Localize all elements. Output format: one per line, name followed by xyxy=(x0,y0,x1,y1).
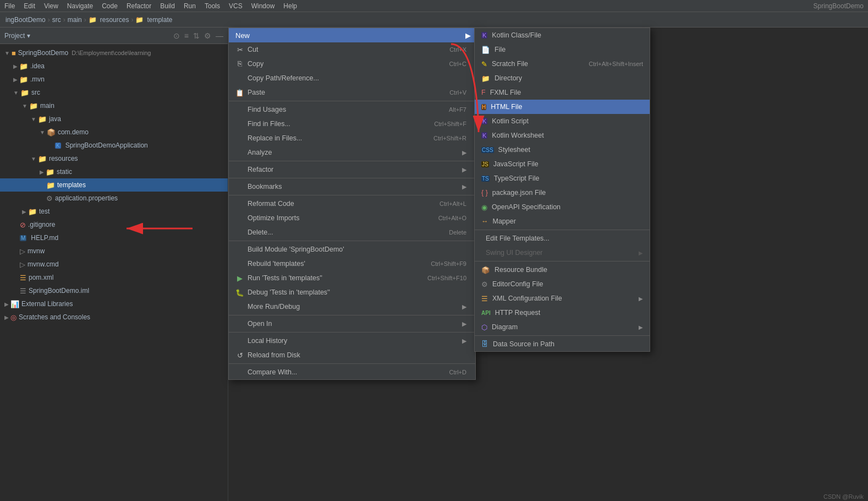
menu-file[interactable]: File xyxy=(4,2,15,10)
context-menu-copy[interactable]: ⎘ Copy Ctrl+C xyxy=(229,57,475,71)
submenu-mapper[interactable]: ↔ Mapper xyxy=(475,214,650,228)
context-menu-reformat[interactable]: Reformat Code Ctrl+Alt+L xyxy=(229,197,475,211)
menu-tools[interactable]: Tools xyxy=(205,2,220,10)
menu-refactor[interactable]: Refactor xyxy=(127,2,151,10)
submenu-typescript[interactable]: TS TypeScript File xyxy=(475,171,650,186)
submenu-edit-templates[interactable]: Edit File Templates... xyxy=(475,231,650,246)
context-menu-debug-tests[interactable]: 🐛 Debug 'Tests in 'templates'' xyxy=(229,285,475,299)
tree-item-templates[interactable]: 📁 templates xyxy=(0,178,228,192)
context-menu-rebuild[interactable]: Rebuild 'templates' Ctrl+Shift+F9 xyxy=(229,257,475,271)
menu-bar: File Edit View Navigate Code Refactor Bu… xyxy=(0,0,868,12)
tree-item-scratches[interactable]: ▶ ◎ Scratches and Consoles xyxy=(0,311,228,324)
context-menu-analyze[interactable]: Analyze ▶ xyxy=(229,145,475,160)
tree-item-project[interactable]: ▼ ■ SpringBootDemo D:\Employment\code\le… xyxy=(0,46,228,59)
submenu-javascript[interactable]: JS JavaScript File xyxy=(475,157,650,171)
context-menu-reload[interactable]: ↺ Reload from Disk xyxy=(229,348,475,362)
tree-item-mvnw-cmd[interactable]: ▷ mvnw.cmd xyxy=(0,258,228,271)
submenu-editorconfig[interactable]: ⚙ EditorConfig File xyxy=(475,277,650,291)
context-menu-find-files[interactable]: Find in Files... Ctrl+Shift+F xyxy=(229,117,475,131)
menu-code[interactable]: Code xyxy=(102,2,118,10)
reformat-label: Reformat Code xyxy=(248,200,294,208)
replace-label: Replace in Files... xyxy=(248,134,302,142)
tree-item-resources[interactable]: ▼ 📁 resources xyxy=(0,152,228,165)
sidebar-header: Project ▾ ⊙ ≡ ⇅ ⚙ — xyxy=(0,28,228,44)
context-menu-local-history[interactable]: Local History ▶ xyxy=(229,334,475,348)
context-menu-build-module[interactable]: Build Module 'SpringBootDemo' xyxy=(229,242,475,257)
openapi-icon: ◉ xyxy=(481,203,487,211)
context-menu-optimize[interactable]: Optimize Imports Ctrl+Alt+O xyxy=(229,211,475,225)
submenu-openapi[interactable]: ◉ OpenAPI Specification xyxy=(475,200,650,214)
context-menu-more-run[interactable]: More Run/Debug ▶ xyxy=(229,299,475,314)
context-menu-delete[interactable]: Delete... Delete xyxy=(229,225,475,239)
tree-item-main[interactable]: ▼ 📁 main xyxy=(0,99,228,112)
tree-item-application-properties[interactable]: ⚙ application.properties xyxy=(0,192,228,205)
sidebar-icon3[interactable]: ⇅ xyxy=(193,31,200,40)
submenu-html-file[interactable]: H HTML File xyxy=(475,100,650,114)
divider1 xyxy=(229,101,475,101)
tree-item-gitignore[interactable]: ⊘ .gitignore xyxy=(0,218,228,231)
submenu-datasource[interactable]: 🗄 Data Source in Path xyxy=(475,337,650,351)
context-menu-find-usages[interactable]: Find Usages Alt+F7 xyxy=(229,102,475,117)
submenu-scratch-file[interactable]: ✎ Scratch File Ctrl+Alt+Shift+Insert xyxy=(475,57,650,71)
tree-label: main xyxy=(40,102,54,110)
tree-item-mvnw[interactable]: ▷ mvnw xyxy=(0,244,228,258)
edit-templates-label: Edit File Templates... xyxy=(486,235,550,242)
sidebar-icon4[interactable]: ⚙ xyxy=(204,31,211,40)
tree-item-test[interactable]: ▶ 📁 test xyxy=(0,205,228,218)
tree-item-static[interactable]: ▶ 📁 static xyxy=(0,165,228,178)
tree-label: com.demo xyxy=(58,128,89,136)
scratch-shortcut: Ctrl+Alt+Shift+Insert xyxy=(589,61,643,67)
analyze-label: Analyze xyxy=(248,149,272,156)
context-menu-copy-path[interactable]: Copy Path/Reference... xyxy=(229,71,475,85)
context-menu-bookmarks[interactable]: Bookmarks ▶ xyxy=(229,179,475,194)
submenu-diagram[interactable]: ⬡ Diagram ▶ xyxy=(475,320,650,334)
context-menu-replace-files[interactable]: Replace in Files... Ctrl+Shift+R xyxy=(229,131,475,145)
menu-run[interactable]: Run xyxy=(184,2,196,10)
scissors-icon: ✂ xyxy=(235,45,244,54)
tree-item-mvn[interactable]: ▶ 📁 .mvn xyxy=(0,73,228,86)
sidebar-icon5[interactable]: — xyxy=(216,31,223,40)
tree-item-external-libraries[interactable]: ▶ 📊 External Libraries xyxy=(0,297,228,311)
submenu-kotlin-worksheet[interactable]: K Kotlin Worksheet xyxy=(475,128,650,143)
submenu-package-json[interactable]: { } package.json File xyxy=(475,186,650,200)
submenu-http-request[interactable]: API HTTP Request xyxy=(475,306,650,320)
sidebar-icon1[interactable]: ⊙ xyxy=(173,31,180,40)
submenu-xml-config[interactable]: ☰ XML Configuration File ▶ xyxy=(475,291,650,306)
tree-item-com-demo[interactable]: ▼ 📦 com.demo xyxy=(0,126,228,139)
context-menu-open-in[interactable]: Open In ▶ xyxy=(229,317,475,331)
menu-view[interactable]: View xyxy=(44,2,58,10)
submenu-file[interactable]: 📄 File xyxy=(475,42,650,57)
rebuild-icon xyxy=(235,259,244,268)
css-icon: CSS xyxy=(481,147,494,153)
submenu-resource-bundle[interactable]: 📦 Resource Bundle xyxy=(475,263,650,277)
context-menu-run-tests[interactable]: ▶ Run 'Tests in 'templates'' Ctrl+Shift+… xyxy=(229,271,475,285)
tree-item-pom[interactable]: ☰ pom.xml xyxy=(0,271,228,284)
submenu-directory[interactable]: 📁 Directory xyxy=(475,71,650,85)
context-menu-refactor[interactable]: Refactor ▶ xyxy=(229,162,475,177)
context-menu-cut[interactable]: ✂ Cut Ctrl+X xyxy=(229,42,475,57)
tree-item-idea[interactable]: ▶ 📁 .idea xyxy=(0,59,228,73)
menu-edit[interactable]: Edit xyxy=(24,2,35,10)
javascript-label: JavaScript File xyxy=(493,160,539,168)
menu-vcs[interactable]: VCS xyxy=(229,2,243,10)
open-in-label: Open In xyxy=(248,320,272,328)
tree-item-java[interactable]: ▼ 📁 java xyxy=(0,112,228,126)
tree-item-app[interactable]: K SpringBootDemoApplication xyxy=(0,139,228,152)
tree-item-iml[interactable]: ☰ SpringBootDemo.iml xyxy=(0,284,228,297)
submenu-stylesheet[interactable]: CSS Stylesheet xyxy=(475,143,650,157)
menu-navigate[interactable]: Navigate xyxy=(67,2,93,10)
tree-item-src[interactable]: ▼ 📁 src xyxy=(0,86,228,99)
diagram-icon: ⬡ xyxy=(481,323,487,331)
menu-help[interactable]: Help xyxy=(283,2,297,10)
submenu-kotlin-script[interactable]: K Kotlin Script xyxy=(475,114,650,128)
context-menu-compare[interactable]: Compare With... Ctrl+D xyxy=(229,365,475,379)
context-menu-new[interactable]: New ▶ xyxy=(229,28,475,42)
menu-window[interactable]: Window xyxy=(251,2,275,10)
submenu-fxml[interactable]: F FXML File xyxy=(475,85,650,100)
menu-build[interactable]: Build xyxy=(160,2,175,10)
tree-item-help-md[interactable]: M HELP.md xyxy=(0,231,228,244)
submenu-kotlin-class[interactable]: K Kotlin Class/File xyxy=(475,28,650,42)
sidebar-icon2[interactable]: ≡ xyxy=(184,31,189,40)
context-menu-paste[interactable]: 📋 Paste Ctrl+V xyxy=(229,85,475,100)
folder-icon: 📁 xyxy=(46,181,55,189)
